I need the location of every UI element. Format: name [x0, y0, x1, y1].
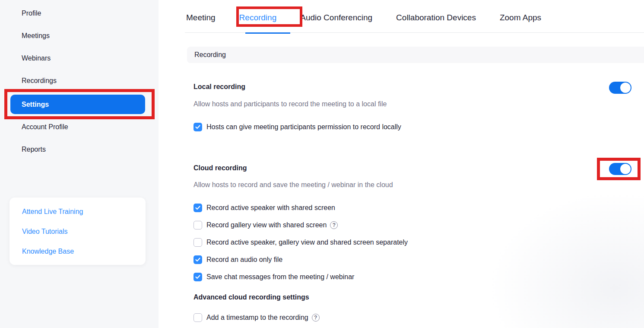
link-attend-live-training[interactable]: Attend Live Training [10, 202, 146, 222]
checkbox-checked[interactable] [194, 123, 202, 131]
tab-collaboration-devices[interactable]: Collaboration Devices [396, 13, 476, 22]
checkbox-label: Record active speaker with shared screen [206, 204, 335, 212]
checkbox-row-save-chat-messages-from-the-meeting-webi: Save chat messages from the meeting / we… [194, 272, 354, 282]
sidebar-item-settings[interactable]: Settings [10, 95, 145, 114]
checkbox-checked[interactable] [194, 204, 202, 212]
sidebar-item-account-profile[interactable]: Account Profile [0, 116, 159, 138]
checkbox-label: Hosts can give meeting participants perm… [206, 123, 401, 131]
checkbox-unchecked[interactable] [194, 221, 202, 229]
checkbox-label: Record active speaker, gallery view and … [206, 239, 408, 246]
main-content: MeetingRecordingAudio ConferencingCollab… [159, 0, 644, 328]
sidebar: ProfileMeetingsWebinarsRecordingsSetting… [0, 0, 159, 328]
checkbox-unchecked[interactable] [194, 238, 202, 247]
checkbox-label: Save chat messages from the meeting / we… [206, 273, 354, 281]
help-icon[interactable]: ? [312, 314, 320, 322]
checkbox-unchecked[interactable] [194, 313, 202, 322]
link-video-tutorials[interactable]: Video Tutorials [10, 222, 146, 242]
advanced-cloud-settings-label: Advanced cloud recording settings [194, 293, 309, 302]
checkbox-label: Record an audio only file [206, 256, 282, 264]
cloud-recording-description: Allow hosts to record and save the meeti… [194, 180, 393, 190]
sidebar-item-meetings[interactable]: Meetings [0, 25, 159, 47]
cloud-recording-toggle[interactable] [609, 163, 631, 175]
tab-audio-conferencing[interactable]: Audio Conferencing [300, 13, 372, 22]
checkbox-row-record-active-speaker-gallery-view-and-s: Record active speaker, gallery view and … [194, 238, 408, 247]
cloud-recording-title: Cloud recording [194, 163, 247, 173]
checkbox-label: Add a timestamp to the recording [206, 314, 308, 322]
checkbox-checked[interactable] [194, 273, 202, 281]
toggle-knob [620, 83, 631, 93]
link-knowledge-base[interactable]: Knowledge Base [10, 242, 146, 261]
settings-tabs: MeetingRecordingAudio ConferencingCollab… [186, 13, 541, 22]
sidebar-item-recordings[interactable]: Recordings [0, 70, 159, 92]
sidebar-item-webinars[interactable]: Webinars [0, 47, 159, 70]
local-recording-toggle[interactable] [609, 82, 631, 94]
local-recording-title: Local recording [194, 82, 245, 92]
checkbox-row-add-a-timestamp-to-the-recording: Add a timestamp to the recording? [194, 313, 320, 322]
checkbox-row-record-gallery-view-with-shared-screen: Record gallery view with shared screen? [194, 220, 338, 230]
section-header: Recording [187, 47, 644, 63]
sidebar-item-profile[interactable]: Profile [0, 2, 159, 25]
zoom-settings-page: ProfileMeetingsWebinarsRecordingsSetting… [0, 0, 644, 328]
checkbox-row-record-active-speaker-with-shared-screen: Record active speaker with shared screen [194, 203, 335, 213]
checkbox-row-hosts-can-give-meeting-participants-perm: Hosts can give meeting participants perm… [194, 122, 401, 132]
section-header-title: Recording [194, 51, 226, 59]
checkbox-label: Record gallery view with shared screen [206, 221, 327, 229]
checkbox-row-record-an-audio-only-file: Record an audio only file [194, 255, 282, 264]
checkbox-checked[interactable] [194, 255, 202, 264]
active-tab-underline [245, 32, 290, 34]
sidebar-item-reports[interactable]: Reports [0, 138, 159, 161]
help-links-card: Attend Live TrainingVideo TutorialsKnowl… [10, 197, 146, 265]
sidebar-nav: ProfileMeetingsWebinarsRecordingsSetting… [0, 2, 159, 161]
tab-zoom-apps[interactable]: Zoom Apps [500, 13, 541, 22]
help-icon[interactable]: ? [330, 221, 338, 229]
local-recording-description: Allow hosts and participants to record t… [194, 99, 387, 109]
tab-meeting[interactable]: Meeting [186, 13, 216, 22]
tab-recording[interactable]: Recording [239, 13, 277, 22]
toggle-knob [620, 164, 631, 174]
